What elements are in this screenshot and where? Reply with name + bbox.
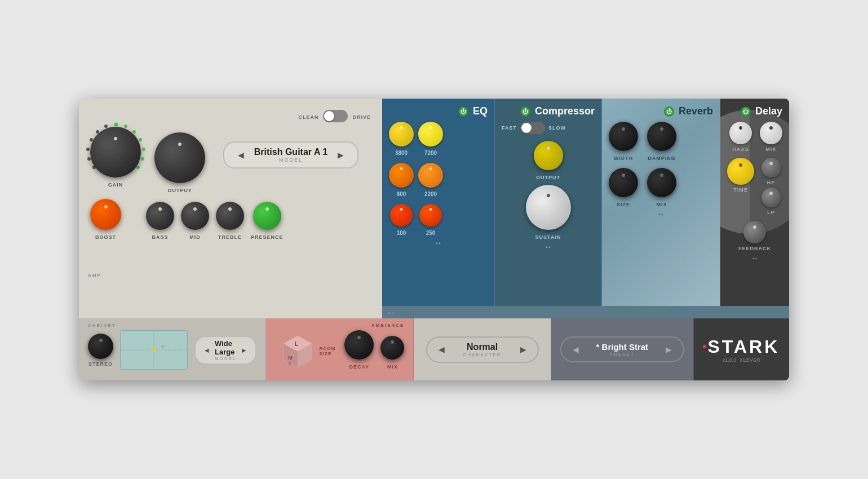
comp-title: Compressor [535, 105, 595, 117]
delay-haas-knob[interactable] [729, 122, 752, 144]
comp-output-wrap: OUTPUT [534, 141, 563, 180]
preset-selector[interactable]: ◀ * Bright Strat PRESET ▶ [560, 336, 684, 362]
reverb-module: Reverb WIDTH DAMPING [602, 99, 720, 306]
svg-point-5 [141, 157, 144, 161]
svg-point-4 [142, 148, 145, 151]
reverb-expand-btn[interactable]: ↔ [657, 210, 665, 219]
bass-knob[interactable] [146, 202, 174, 230]
reverb-damping-label: DAMPING [648, 156, 676, 161]
stark-red-dot [703, 345, 706, 348]
svg-text:M: M [289, 355, 293, 361]
fast-slow-switch[interactable] [520, 122, 545, 134]
eq-expand-btn[interactable]: ↔ [435, 238, 442, 247]
reverb-damping-wrap: DAMPING [647, 122, 676, 161]
delay-feedback-knob[interactable] [743, 221, 766, 243]
eq-knob-250[interactable] [419, 204, 442, 227]
treble-knob[interactable] [216, 202, 244, 230]
stereo-label: STEREO [88, 361, 113, 367]
ambience-mix-knob[interactable] [380, 336, 404, 360]
preset-prev-btn[interactable]: ◀ [570, 345, 581, 354]
model-next-btn[interactable]: ▶ [335, 150, 346, 159]
stark-logo-wrap: STARK [703, 336, 780, 357]
reverb-knobs-top: WIDTH DAMPING [609, 122, 713, 161]
eq-knob-100[interactable] [390, 204, 413, 227]
ambience-decay-wrap: DECAY [344, 330, 374, 370]
eq-expand-row: ↔ [389, 238, 488, 247]
cabinet-panel: CABINET STEREO [79, 318, 266, 380]
ambience-panel: AMBIENCE L M S ROOM SI [266, 318, 414, 380]
cabinet-model-name: Wide Large [215, 339, 236, 356]
presence-knob[interactable] [253, 202, 281, 230]
reverb-mix-label: MIX [656, 202, 667, 207]
eq-module: EQ 3800 600 100 [382, 99, 495, 306]
svg-point-6 [136, 166, 140, 169]
preset-next-btn[interactable]: ▶ [663, 345, 674, 354]
comp-sustain-knob[interactable] [526, 185, 571, 230]
svg-point-7 [104, 125, 108, 128]
reverb-header: Reverb [609, 105, 713, 117]
mid-knob[interactable] [181, 202, 209, 230]
eq-title: EQ [473, 105, 488, 117]
room-cube-svg: L M S [275, 330, 320, 375]
presence-label: PRESENCE [251, 234, 284, 240]
eq-label-7200: 7200 [424, 150, 437, 156]
eq-knob-600[interactable] [389, 163, 414, 188]
model-prev-btn[interactable]: ◀ [236, 150, 246, 159]
stark-logo: STARK [707, 336, 780, 357]
delay-time-knob[interactable] [727, 158, 754, 185]
amp-section-label: AMP [88, 273, 101, 278]
bass-knob-wrap: BASS [146, 202, 174, 240]
eq-label-3800: 3800 [395, 150, 408, 156]
svg-point-1 [124, 125, 127, 128]
comp-expand-btn[interactable]: ↔ [544, 242, 552, 251]
character-selector[interactable]: ◀ Normal CHARACTER ▶ [426, 336, 539, 363]
reverb-size-wrap: SIZE [609, 168, 638, 207]
delay-power-btn[interactable] [741, 107, 751, 117]
reverb-width-knob[interactable] [609, 122, 638, 151]
model-sub-text: MODEL [246, 157, 335, 163]
eq-label-600: 600 [397, 191, 406, 197]
model-selector[interactable]: ◀ British Guitar A 1 MODEL ▶ [223, 141, 358, 168]
comp-header: Compressor [502, 105, 595, 117]
gain-knob[interactable] [90, 127, 141, 178]
reverb-damping-knob[interactable] [647, 122, 676, 151]
reverb-mix-knob[interactable] [647, 168, 676, 197]
stark-version-wrap: v1.0.0 KLEVGR [723, 357, 761, 363]
clean-drive-toggle[interactable] [323, 110, 348, 122]
comp-power-btn[interactable] [520, 107, 530, 117]
reverb-content: Reverb WIDTH DAMPING [609, 105, 713, 219]
eq-knob-2200[interactable] [418, 163, 443, 188]
reverb-size-label: SIZE [617, 202, 630, 207]
svg-point-15 [152, 348, 156, 352]
preset-panel: ◀ * Bright Strat PRESET ▶ [551, 318, 694, 380]
output-knob[interactable] [154, 132, 205, 183]
delay-mix-wrap: MIX [760, 122, 782, 152]
cabinet-model-next[interactable]: ▶ [240, 347, 249, 353]
treble-knob-wrap: TREBLE [216, 202, 244, 240]
comp-output-knob[interactable] [534, 141, 563, 170]
ambience-decay-knob[interactable] [344, 330, 374, 360]
ambience-label: AMBIENCE [275, 323, 404, 328]
delay-expand-btn[interactable]: ↔ [751, 254, 759, 263]
reverb-power-btn[interactable] [664, 107, 674, 117]
preset-sub: PRESET [586, 352, 659, 357]
ambience-content: L M S ROOM SIZE DECAY MIX [275, 330, 404, 370]
char-prev-btn[interactable]: ◀ [436, 345, 447, 354]
fx-modules: EQ 3800 600 100 [382, 99, 789, 306]
ambience-mix-wrap: MIX [380, 336, 404, 370]
cabinet-model-prev[interactable]: ◀ [202, 347, 211, 353]
eq-label-100: 100 [397, 230, 406, 236]
eq-knob-3800[interactable] [389, 122, 414, 147]
char-next-btn[interactable]: ▶ [518, 345, 529, 354]
eq-knob-7200[interactable] [418, 122, 443, 147]
delay-mix-knob[interactable] [760, 122, 782, 144]
boost-knob[interactable] [90, 199, 121, 230]
delay-hp-knob[interactable] [761, 158, 781, 178]
cabinet-model-selector[interactable]: ◀ Wide Large MODEL ▶ [194, 336, 256, 365]
stereo-knob[interactable] [88, 334, 113, 359]
eq-power-btn[interactable] [458, 107, 468, 117]
reverb-size-knob[interactable] [609, 168, 638, 197]
char-title: Normal [451, 342, 513, 352]
delay-header: Delay [727, 105, 782, 117]
delay-lp-knob[interactable] [761, 188, 781, 207]
